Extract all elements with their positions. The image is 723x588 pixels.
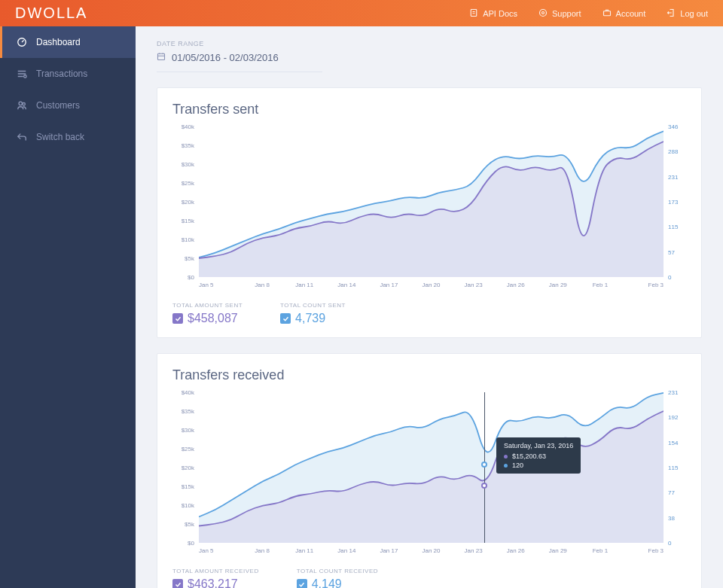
yaxis-left-received: $0$5k$10k$15k$20k$25k$30k$35k$40k (172, 392, 199, 543)
yaxis-left-sent: $0$5k$10k$15k$20k$25k$30k$35k$40k (172, 126, 199, 277)
card-transfers-received: Transfers received $0$5k$10k$15k$20k$25k… (157, 353, 702, 588)
tooltip-amount-row: $15,200.63 (504, 452, 573, 460)
dot-blue-icon (504, 464, 508, 468)
sidebar-item-customers[interactable]: Customers (0, 90, 136, 121)
amount-received-text: $463,217 (188, 577, 238, 588)
stats-sent: TOTAL AMOUNT SENT $458,087 TOTAL COUNT S… (172, 302, 686, 325)
dot-purple-icon (504, 455, 508, 459)
count-sent-value: 4,739 (280, 312, 346, 325)
customers-icon (17, 100, 27, 111)
sidebar-label-customers: Customers (36, 100, 80, 111)
api-docs-label: API Docs (483, 9, 517, 18)
amount-received-value: $463,217 (172, 577, 259, 588)
amount-sent-label: TOTAL AMOUNT SENT (172, 302, 243, 309)
sidebar-item-switch-back[interactable]: Switch back (0, 121, 136, 153)
chart-received[interactable]: $0$5k$10k$15k$20k$25k$30k$35k$40k Saturd… (172, 392, 686, 543)
svg-rect-0 (471, 9, 477, 16)
sidebar-label-switch: Switch back (36, 132, 84, 142)
briefcase-icon (602, 8, 612, 19)
checkbox-amount-sent[interactable] (172, 313, 183, 324)
plot-received: Saturday, Jan 23, 2016 $15,200.63 120 (199, 392, 664, 543)
chart-tooltip: Saturday, Jan 23, 2016 $15,200.63 120 (496, 437, 581, 474)
date-range-picker[interactable]: 01/05/2016 - 02/03/2016 (157, 50, 322, 72)
transactions-icon (17, 69, 27, 79)
amount-received-label: TOTAL AMOUNT RECEIVED (172, 568, 259, 574)
checkbox-count-received[interactable] (297, 579, 307, 588)
tooltip-count-row: 120 (504, 462, 573, 469)
sidebar: Dashboard Transactions Customers Switch … (0, 26, 136, 588)
tooltip-count: 120 (512, 462, 523, 469)
card-title-received: Transfers received (172, 367, 686, 383)
count-sent-text: 4,739 (295, 312, 325, 325)
amount-sent-value: $458,087 (172, 312, 243, 325)
svg-point-6 (19, 102, 22, 105)
svg-rect-3 (603, 11, 610, 15)
yaxis-right-sent: 057115173231288346 (664, 126, 686, 277)
sidebar-label-transactions: Transactions (36, 69, 87, 79)
stats-received: TOTAL AMOUNT RECEIVED $463,217 TOTAL COU… (172, 568, 686, 588)
stat-amount-sent: TOTAL AMOUNT SENT $458,087 (172, 302, 243, 325)
tooltip-date: Saturday, Jan 23, 2016 (504, 442, 573, 449)
checkbox-amount-received[interactable] (172, 579, 183, 588)
logout-link[interactable]: Log out (667, 8, 708, 19)
svg-point-1 (540, 9, 547, 16)
card-title-sent: Transfers sent (172, 102, 686, 117)
support-label: Support (552, 9, 581, 18)
calendar-icon (157, 50, 166, 64)
logout-label: Log out (680, 9, 708, 18)
count-received-text: 4,149 (312, 577, 342, 588)
date-range-label: DATE RANGE (157, 40, 702, 47)
date-range-value: 01/05/2016 - 02/03/2016 (172, 52, 279, 63)
svg-point-7 (23, 103, 26, 106)
chart-sent[interactable]: $0$5k$10k$15k$20k$25k$30k$35k$40k 057115… (172, 126, 686, 277)
api-docs-link[interactable]: API Docs (469, 8, 517, 19)
app-header: DWOLLA API Docs Support Account Log out (0, 0, 723, 26)
plot-sent (199, 126, 664, 277)
main-layout: Dashboard Transactions Customers Switch … (0, 26, 723, 588)
support-link[interactable]: Support (538, 8, 581, 19)
support-icon (538, 8, 548, 19)
back-arrow-icon (17, 132, 27, 142)
account-label: Account (616, 9, 646, 18)
svg-point-5 (24, 75, 27, 78)
hover-line (484, 392, 485, 543)
sidebar-item-transactions[interactable]: Transactions (0, 58, 136, 90)
svg-point-2 (542, 11, 545, 14)
docs-icon (469, 8, 478, 19)
count-received-value: 4,149 (297, 577, 378, 588)
brand-logo: DWOLLA (15, 5, 87, 22)
logout-icon (667, 8, 676, 19)
stat-amount-received: TOTAL AMOUNT RECEIVED $463,217 (172, 568, 259, 588)
yaxis-right-received: 03877115154192231 (664, 392, 686, 543)
card-transfers-sent: Transfers sent $0$5k$10k$15k$20k$25k$30k… (157, 87, 702, 338)
header-nav: API Docs Support Account Log out (469, 8, 708, 19)
stat-count-received: TOTAL COUNT RECEIVED 4,149 (297, 568, 378, 588)
count-sent-label: TOTAL COUNT SENT (280, 302, 346, 309)
xaxis-received: Jan 5Jan 8Jan 11Jan 14Jan 17Jan 20Jan 23… (199, 547, 664, 554)
dashboard-icon (17, 37, 27, 47)
sidebar-label-dashboard: Dashboard (36, 37, 81, 47)
tooltip-amount: $15,200.63 (512, 452, 546, 460)
stat-count-sent: TOTAL COUNT SENT 4,739 (280, 302, 346, 325)
count-received-label: TOTAL COUNT RECEIVED (297, 568, 378, 574)
xaxis-sent: Jan 5Jan 8Jan 11Jan 14Jan 17Jan 20Jan 23… (199, 282, 664, 288)
svg-rect-8 (158, 53, 165, 59)
account-link[interactable]: Account (602, 8, 646, 19)
content-area: DATE RANGE 01/05/2016 - 02/03/2016 Trans… (136, 26, 723, 588)
checkbox-count-sent[interactable] (280, 313, 291, 324)
amount-sent-text: $458,087 (188, 312, 238, 325)
sidebar-item-dashboard[interactable]: Dashboard (0, 26, 136, 58)
